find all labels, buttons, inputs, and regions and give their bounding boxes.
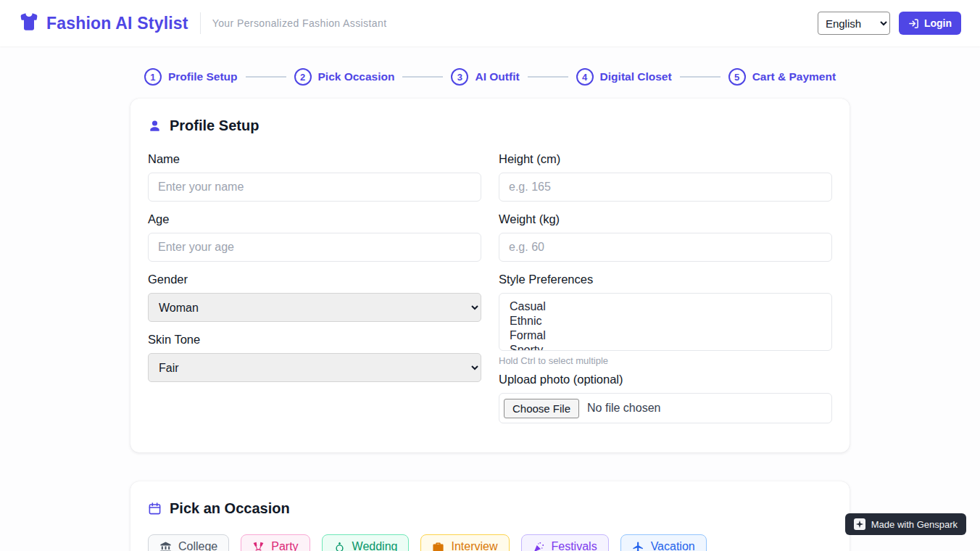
step-connector xyxy=(402,76,443,78)
style-option-sporty[interactable]: Sporty xyxy=(499,343,831,351)
step-connector xyxy=(246,76,286,78)
upload-photo-input[interactable]: Choose File No file chosen xyxy=(499,393,832,423)
step-number: 2 xyxy=(294,68,312,86)
occasion-label: Festivals xyxy=(552,540,597,551)
occasion-label: Interview xyxy=(451,540,497,551)
name-label: Name xyxy=(148,152,481,166)
profile-card-title: Profile Setup xyxy=(148,117,832,134)
style-preferences-hint: Hold Ctrl to select multiple xyxy=(499,355,832,366)
genspark-badge-label: Made with Genspark xyxy=(871,519,958,530)
language-select[interactable]: English xyxy=(818,12,890,35)
profile-left-column: Name Age Gender Woman Skin Tone Fair xyxy=(148,152,481,434)
occasion-interview-button[interactable]: Interview xyxy=(420,534,509,551)
style-option-ethnic[interactable]: Ethnic xyxy=(499,314,831,328)
header-divider xyxy=(200,12,201,34)
calendar-icon xyxy=(148,502,162,515)
step-ai-outfit[interactable]: 3 AI Outfit xyxy=(451,68,519,86)
step-number: 1 xyxy=(144,68,162,86)
pick-occasion-card: Pick an Occasion College Party Wedding xyxy=(130,481,850,551)
style-preferences-listbox[interactable]: Casual Ethnic Formal Sporty xyxy=(499,293,832,351)
occasion-card-title-text: Pick an Occasion xyxy=(170,500,290,517)
height-input[interactable] xyxy=(499,173,832,202)
weight-input[interactable] xyxy=(499,233,832,262)
step-digital-closet[interactable]: 4 Digital Closet xyxy=(576,68,672,86)
step-number: 3 xyxy=(451,68,468,86)
style-preferences-label: Style Preferences xyxy=(499,272,832,286)
step-label: Cart & Payment xyxy=(752,70,836,83)
login-icon xyxy=(908,18,919,29)
occasion-label: College xyxy=(178,540,217,551)
college-building-icon xyxy=(159,541,172,551)
briefcase-icon xyxy=(432,541,444,551)
login-button[interactable]: Login xyxy=(899,12,961,35)
age-input[interactable] xyxy=(148,233,481,262)
weight-label: Weight (kg) xyxy=(499,212,832,226)
step-label: Digital Closet xyxy=(600,70,672,83)
app-subtitle: Your Personalized Fashion Assistant xyxy=(212,17,387,29)
step-label: Pick Occasion xyxy=(318,70,395,83)
upload-photo-label: Upload photo (optional) xyxy=(499,372,832,386)
occasion-college-button[interactable]: College xyxy=(148,534,229,551)
occasion-label: Vacation xyxy=(651,540,695,551)
occasion-wedding-button[interactable]: Wedding xyxy=(322,534,410,551)
login-label: Login xyxy=(924,17,952,29)
step-label: AI Outfit xyxy=(475,70,519,83)
file-chosen-status: No file chosen xyxy=(587,402,660,415)
age-label: Age xyxy=(148,212,481,226)
app-title: Fashion AI Stylist xyxy=(46,14,188,33)
choose-file-button[interactable]: Choose File xyxy=(504,399,579,418)
name-input[interactable] xyxy=(148,173,481,202)
occasion-card-title: Pick an Occasion xyxy=(148,500,832,517)
profile-card-title-text: Profile Setup xyxy=(170,117,259,134)
gender-label: Gender xyxy=(148,272,481,286)
step-connector xyxy=(528,76,568,78)
app-header: Fashion AI Stylist Your Personalized Fas… xyxy=(0,0,980,46)
airplane-icon xyxy=(632,541,644,551)
step-number: 5 xyxy=(728,68,746,86)
genspark-icon xyxy=(854,518,865,530)
cheers-glasses-icon xyxy=(252,541,265,551)
party-popper-icon xyxy=(533,541,545,551)
skin-tone-label: Skin Tone xyxy=(148,332,481,347)
occasion-party-button[interactable]: Party xyxy=(241,534,310,551)
height-label: Height (cm) xyxy=(499,152,832,166)
gender-select[interactable]: Woman xyxy=(148,293,481,322)
occasion-label: Party xyxy=(271,540,298,551)
step-connector xyxy=(680,76,721,78)
shirt-icon xyxy=(19,12,39,35)
step-label: Profile Setup xyxy=(168,70,238,83)
step-cart-payment[interactable]: 5 Cart & Payment xyxy=(728,68,836,86)
wizard-stepper: 1 Profile Setup 2 Pick Occasion 3 AI Out… xyxy=(0,46,980,99)
occasion-vacation-button[interactable]: Vacation xyxy=(620,534,707,551)
made-with-genspark-badge[interactable]: Made with Genspark xyxy=(845,513,966,535)
app-logo: Fashion AI Stylist xyxy=(19,12,188,35)
step-profile-setup[interactable]: 1 Profile Setup xyxy=(144,68,238,86)
occasion-options: College Party Wedding Interview xyxy=(148,534,832,551)
profile-setup-card: Profile Setup Name Age Gender Woman xyxy=(130,99,850,452)
step-pick-occasion[interactable]: 2 Pick Occasion xyxy=(294,68,395,86)
occasion-label: Wedding xyxy=(352,540,398,551)
profile-right-column: Height (cm) Weight (kg) Style Preference… xyxy=(499,152,832,434)
wedding-ring-icon xyxy=(333,541,346,551)
style-option-formal[interactable]: Formal xyxy=(499,328,831,343)
step-number: 4 xyxy=(576,68,594,86)
style-option-casual[interactable]: Casual xyxy=(499,299,831,314)
occasion-festivals-button[interactable]: Festivals xyxy=(521,534,609,551)
person-icon xyxy=(148,119,162,133)
skin-tone-select[interactable]: Fair xyxy=(148,353,481,382)
